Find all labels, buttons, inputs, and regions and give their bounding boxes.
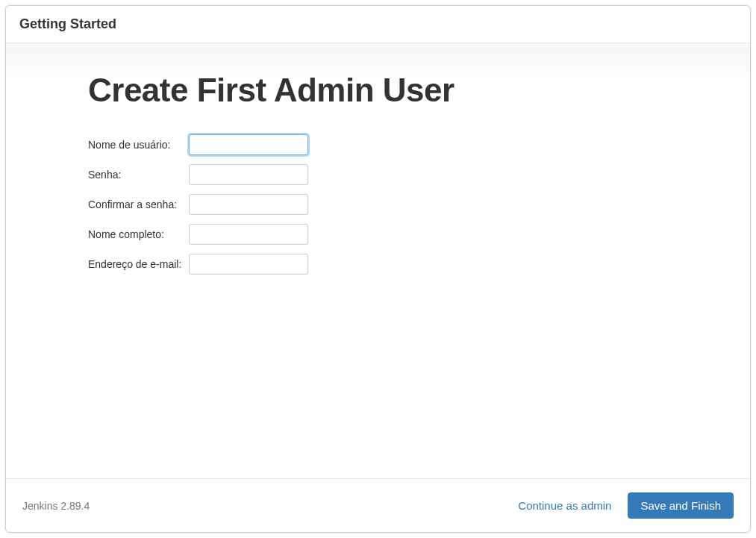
modal-header: Getting Started	[6, 6, 750, 43]
continue-as-admin-button[interactable]: Continue as admin	[507, 493, 622, 518]
modal-title: Getting Started	[19, 16, 737, 32]
email-label: Endereço de e-mail:	[88, 249, 189, 279]
form-row-password: Senha:	[88, 160, 308, 190]
email-input[interactable]	[189, 254, 308, 275]
password-label: Senha:	[88, 160, 189, 190]
form-row-username: Nome de usuário:	[88, 130, 308, 160]
page-title: Create First Admin User	[88, 72, 735, 109]
save-and-finish-button[interactable]: Save and Finish	[628, 492, 734, 519]
modal-body: Create First Admin User Nome de usuário:…	[6, 43, 750, 478]
confirm-password-label: Confirmar a senha:	[88, 190, 189, 219]
setup-wizard-modal: Getting Started Create First Admin User …	[5, 5, 751, 533]
password-input[interactable]	[189, 164, 308, 185]
version-text: Jenkins 2.89.4	[22, 500, 90, 512]
admin-user-form: Nome de usuário: Senha: Confirmar a senh…	[88, 130, 308, 279]
fullname-input[interactable]	[189, 224, 308, 245]
modal-footer: Jenkins 2.89.4 Continue as admin Save an…	[6, 478, 750, 532]
fullname-label: Nome completo:	[88, 219, 189, 249]
username-input[interactable]	[189, 134, 308, 155]
username-label: Nome de usuário:	[88, 130, 189, 160]
form-row-email: Endereço de e-mail:	[88, 249, 308, 279]
form-row-confirm-password: Confirmar a senha:	[88, 190, 308, 219]
form-row-fullname: Nome completo:	[88, 219, 308, 249]
confirm-password-input[interactable]	[189, 194, 308, 215]
